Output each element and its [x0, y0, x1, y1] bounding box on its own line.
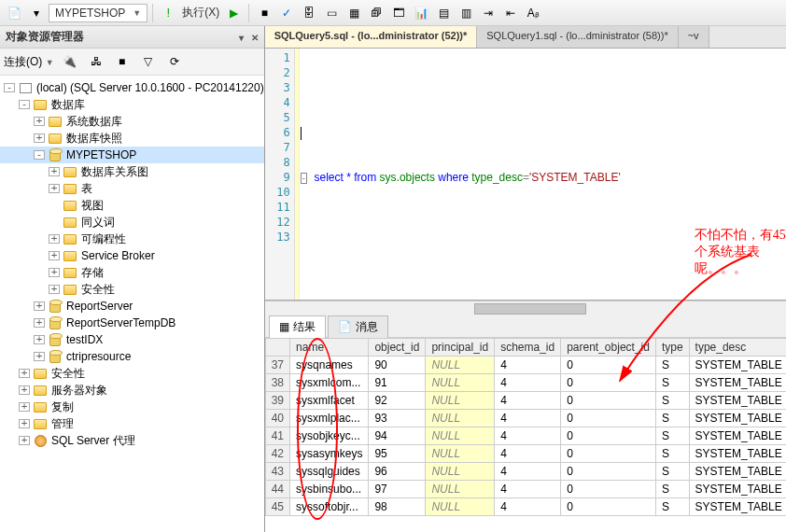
table-cell[interactable]: NULL: [426, 481, 495, 498]
table-cell[interactable]: 43: [265, 463, 289, 481]
grid-header[interactable]: name: [290, 339, 369, 357]
table-cell[interactable]: 90: [369, 357, 426, 374]
table-cell[interactable]: NULL: [426, 410, 495, 427]
table-cell[interactable]: sysxmlplac...: [290, 410, 369, 427]
grid-header[interactable]: type: [655, 339, 689, 357]
table-cell[interactable]: NULL: [426, 427, 495, 445]
results-tab[interactable]: ▦结果: [269, 315, 326, 338]
results-text-icon[interactable]: 🗊: [366, 3, 386, 23]
security-node[interactable]: +安全性: [0, 365, 264, 382]
refresh-icon[interactable]: ⟳: [164, 51, 185, 72]
object-tree[interactable]: -(local) (SQL Server 10.0.1600 - PC20141…: [0, 76, 264, 532]
grid-header[interactable]: [265, 339, 289, 357]
table-cell[interactable]: 40: [265, 410, 289, 427]
table-cell[interactable]: 4: [495, 392, 561, 410]
table-cell[interactable]: SYSTEM_TABLE: [689, 427, 786, 445]
table-cell[interactable]: syssoftobjr...: [290, 498, 369, 516]
table-cell[interactable]: S: [655, 445, 689, 463]
table-cell[interactable]: 98: [369, 498, 426, 516]
table-row[interactable]: 44sysbinsubo...97NULL40SSYSTEM_TABLE: [265, 481, 786, 498]
connect-icon[interactable]: 🔌: [60, 51, 80, 72]
table-cell[interactable]: sysxmlfacet: [290, 392, 369, 410]
pin-icon[interactable]: ▾: [239, 33, 244, 43]
table-cell[interactable]: 0: [561, 498, 656, 516]
table-cell[interactable]: SYSTEM_TABLE: [689, 463, 786, 481]
table-cell[interactable]: NULL: [426, 445, 495, 463]
dropdown-icon[interactable]: ▾: [26, 3, 47, 23]
table-cell[interactable]: 96: [369, 463, 426, 481]
new-query-icon[interactable]: 📄: [4, 3, 24, 23]
mypetshop-db-node[interactable]: -MYPETSHOP: [0, 147, 264, 163]
tab-sqlquery1[interactable]: SQLQuery1.sql - (lo...dministrator (58))…: [477, 26, 678, 48]
table-row[interactable]: 37sysqnames90NULL40SSYSTEM_TABLE: [265, 357, 786, 374]
reportservertempdb-node[interactable]: +ReportServerTempDB: [0, 315, 264, 331]
grid-icon[interactable]: ▦: [344, 3, 364, 23]
table-cell[interactable]: 44: [265, 481, 289, 498]
server-node[interactable]: -(local) (SQL Server 10.0.1600 - PC20141…: [0, 79, 264, 96]
table-cell[interactable]: 95: [369, 445, 426, 463]
table-cell[interactable]: 0: [561, 445, 656, 463]
table-row[interactable]: 38sysxmlcom...91NULL40SSYSTEM_TABLE: [265, 374, 786, 392]
table-cell[interactable]: sysobjkeyc...: [290, 427, 369, 445]
table-cell[interactable]: 0: [561, 463, 656, 481]
table-cell[interactable]: SYSTEM_TABLE: [689, 374, 786, 392]
results-grid-icon[interactable]: 🗔: [388, 3, 409, 23]
parse-icon[interactable]: ✓: [276, 3, 297, 23]
table-cell[interactable]: S: [655, 392, 689, 410]
programmability-node[interactable]: +可编程性: [0, 231, 264, 247]
uncomment-icon[interactable]: ▥: [456, 3, 476, 23]
table-cell[interactable]: 4: [495, 374, 561, 392]
close-icon[interactable]: ✕: [251, 33, 259, 43]
table-cell[interactable]: sysxmlcom...: [290, 374, 369, 392]
tab-overflow[interactable]: ~v: [679, 26, 709, 48]
database-combo[interactable]: MYPETSHOP ▼: [49, 4, 147, 22]
table-cell[interactable]: 92: [369, 392, 426, 410]
synonyms-node[interactable]: 同义词: [0, 214, 264, 231]
table-cell[interactable]: sysbinsubo...: [290, 481, 369, 498]
table-cell[interactable]: S: [655, 374, 689, 392]
table-cell[interactable]: 39: [265, 392, 289, 410]
table-cell[interactable]: 4: [495, 481, 561, 498]
table-cell[interactable]: S: [655, 463, 689, 481]
results-file-icon[interactable]: 📊: [411, 3, 431, 23]
table-cell[interactable]: sysqnames: [290, 357, 369, 374]
table-cell[interactable]: SYSTEM_TABLE: [689, 498, 786, 516]
table-cell[interactable]: NULL: [426, 463, 495, 481]
table-cell[interactable]: NULL: [426, 392, 495, 410]
table-cell[interactable]: 0: [561, 374, 656, 392]
table-cell[interactable]: S: [655, 427, 689, 445]
table-cell[interactable]: NULL: [426, 498, 495, 516]
storage-node[interactable]: +存储: [0, 264, 264, 281]
indent-icon[interactable]: ⇥: [478, 3, 498, 23]
management-node[interactable]: +管理: [0, 415, 264, 432]
disconnect-icon[interactable]: 🖧: [86, 51, 106, 72]
replication-node[interactable]: +复制: [0, 399, 264, 415]
table-cell[interactable]: 91: [369, 374, 426, 392]
table-row[interactable]: 40sysxmlplac...93NULL40SSYSTEM_TABLE: [265, 410, 786, 427]
sql-editor[interactable]: 12345678910111213 - select * from sys.ob…: [265, 49, 786, 301]
sql-agent-node[interactable]: +SQL Server 代理: [0, 432, 264, 449]
code-area[interactable]: - select * from sys.objects where type_d…: [295, 49, 786, 300]
results-grid-wrap[interactable]: nameobject_idprincipal_idschema_idparent…: [265, 338, 786, 532]
service-broker-node[interactable]: +Service Broker: [0, 247, 264, 264]
table-cell[interactable]: 0: [561, 392, 656, 410]
table-cell[interactable]: 4: [495, 463, 561, 481]
table-cell[interactable]: 4: [495, 357, 561, 374]
grid-header[interactable]: schema_id: [495, 339, 561, 357]
table-cell[interactable]: S: [655, 357, 689, 374]
stop-icon[interactable]: ■: [112, 51, 133, 72]
table-cell[interactable]: 42: [265, 445, 289, 463]
databases-node[interactable]: -数据库: [0, 96, 264, 113]
window-icon[interactable]: ▭: [321, 3, 342, 23]
table-cell[interactable]: NULL: [426, 374, 495, 392]
table-cell[interactable]: 0: [561, 427, 656, 445]
table-cell[interactable]: 4: [495, 427, 561, 445]
tables-node[interactable]: +表: [0, 180, 264, 197]
results-grid[interactable]: nameobject_idprincipal_idschema_idparent…: [265, 338, 786, 516]
table-cell[interactable]: 38: [265, 374, 289, 392]
table-cell[interactable]: S: [655, 410, 689, 427]
table-cell[interactable]: NULL: [426, 357, 495, 374]
connect-button[interactable]: 连接(O) ▼: [4, 54, 54, 70]
testidx-node[interactable]: +testIDX: [0, 331, 264, 348]
execute-icon[interactable]: !: [158, 3, 178, 23]
